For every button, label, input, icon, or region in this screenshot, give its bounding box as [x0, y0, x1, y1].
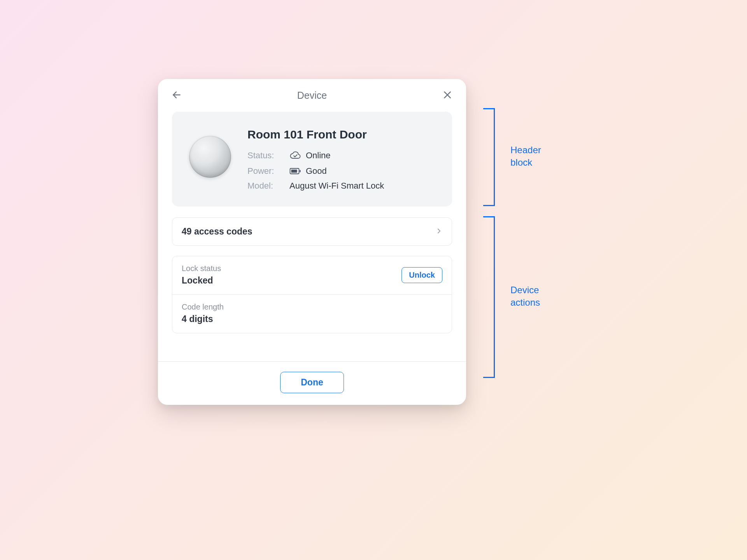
lock-status-row: Lock status Locked Unlock	[172, 256, 452, 295]
lock-status-label: Lock status	[182, 264, 221, 273]
svg-rect-4	[300, 170, 301, 172]
device-image	[189, 136, 231, 178]
power-value: Good	[306, 167, 327, 175]
svg-rect-5	[291, 170, 297, 173]
modal-footer: Done	[158, 361, 466, 405]
chevron-right-icon	[435, 228, 442, 236]
code-length-row: Code length 4 digits	[172, 295, 452, 333]
device-summary-card: Room 101 Front Door Status: Online Power…	[172, 112, 452, 206]
status-label: Status:	[247, 151, 289, 160]
battery-icon	[289, 166, 301, 176]
model-row: Model: August Wi-Fi Smart Lock	[247, 182, 435, 190]
device-name: Room 101 Front Door	[247, 128, 435, 141]
power-label: Power:	[247, 167, 289, 175]
close-button[interactable]	[440, 88, 454, 102]
modal-title: Device	[297, 90, 327, 101]
model-label: Model:	[247, 182, 289, 190]
annotation-bracket-actions	[483, 216, 495, 378]
arrow-left-icon	[172, 90, 182, 101]
back-button[interactable]	[170, 88, 184, 102]
code-length-value: 4 digits	[182, 314, 224, 324]
device-details-card: Lock status Locked Unlock Code length 4 …	[172, 256, 452, 333]
modal-body: Room 101 Front Door Status: Online Power…	[158, 109, 466, 333]
annotation-label-header: Header block	[510, 144, 541, 169]
cloud-check-icon	[289, 150, 301, 161]
unlock-button[interactable]: Unlock	[402, 267, 442, 283]
annotation-label-actions: Device actions	[510, 284, 540, 309]
annotation-bracket-header	[483, 108, 495, 206]
lock-status-value: Locked	[182, 275, 221, 286]
done-button[interactable]: Done	[280, 372, 344, 393]
access-codes-row[interactable]: 49 access codes	[172, 217, 452, 246]
device-modal: Device Room 101 Front Door Status:	[158, 79, 466, 405]
modal-header: Device	[158, 79, 466, 109]
close-icon	[442, 90, 452, 101]
access-codes-label: 49 access codes	[182, 226, 253, 237]
status-value: Online	[306, 151, 331, 160]
model-value: August Wi-Fi Smart Lock	[289, 182, 384, 190]
code-length-label: Code length	[182, 303, 224, 312]
device-info: Room 101 Front Door Status: Online Power…	[247, 128, 435, 190]
status-row: Status: Online	[247, 150, 435, 161]
power-row: Power: Good	[247, 166, 435, 176]
